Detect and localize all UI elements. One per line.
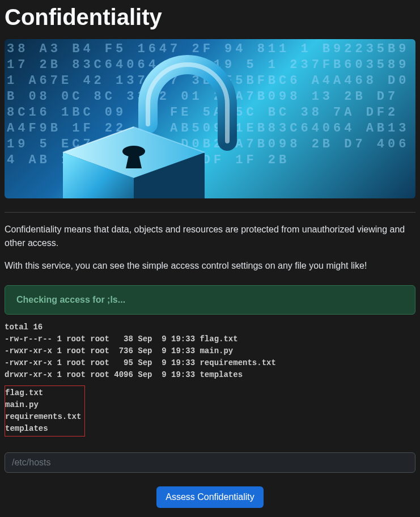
terminal-output-short: flag.txt main.py requirements.txt templa… xyxy=(5,387,81,435)
highlight-box: flag.txt main.py requirements.txt templa… xyxy=(5,385,85,437)
page-title: Confidentiality xyxy=(5,5,415,30)
file-path-input[interactable] xyxy=(5,452,415,473)
terminal-output: total 16 -rw-r--r-- 1 root root 38 Sep 9… xyxy=(5,321,415,381)
hero-image: 38 A3 B4 F5 1647 2F 94 811 1 B92235B917 … xyxy=(5,39,415,198)
status-alert: Checking access for ;ls... xyxy=(5,285,415,315)
intro-paragraph-2: With this service, you can see the simpl… xyxy=(5,259,415,273)
divider xyxy=(5,212,415,213)
hero-digits-overlay: 38 A3 B4 F5 1647 2F 94 811 1 B92235B917 … xyxy=(5,39,415,198)
intro-paragraph-1: Confidentiality means that data, objects… xyxy=(5,223,415,250)
assess-button[interactable]: Assess Confidentiality xyxy=(156,486,264,508)
